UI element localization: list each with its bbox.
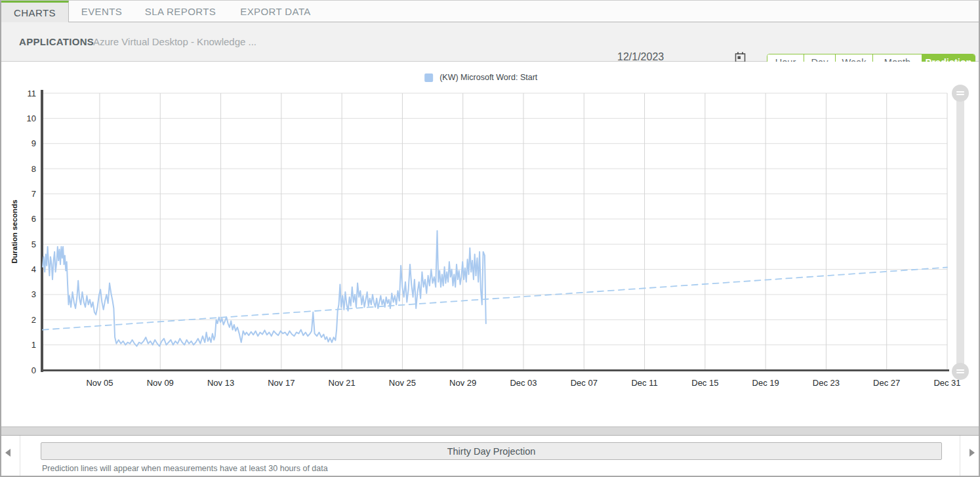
thirty-day-projection-button[interactable]: Thirty Day Projection [41,442,942,460]
svg-text:1: 1 [31,340,36,350]
svg-text:Dec 19: Dec 19 [752,378,779,388]
svg-text:Nov 25: Nov 25 [389,378,416,388]
tab-events[interactable]: EVENTS [69,1,134,22]
svg-text:0: 0 [31,365,36,375]
application-name: Azure Virtual Desktop - Knowledge ... [93,36,256,47]
svg-text:7: 7 [31,189,36,199]
svg-text:Nov 13: Nov 13 [207,378,234,388]
svg-text:10: 10 [27,114,36,123]
header-bar: APPLICATIONS Azure Virtual Desktop - Kno… [1,22,979,62]
duration-chart: 01234567891011Nov 05Nov 09Nov 13Nov 17No… [1,62,980,427]
svg-text:Nov 09: Nov 09 [147,378,174,388]
tab-charts[interactable]: CHARTS [1,1,69,22]
svg-text:5: 5 [31,239,36,249]
svg-text:Dec 03: Dec 03 [510,378,537,388]
axes [41,90,949,372]
svg-text:3: 3 [31,289,36,299]
svg-text:2: 2 [31,315,36,325]
y-axis-title: Duration seconds [10,199,18,263]
panel-left-separator [20,436,20,476]
svg-text:Dec 27: Dec 27 [873,378,900,388]
svg-text:4: 4 [31,264,36,274]
vertical-range-slider-track[interactable] [956,93,964,371]
series-line [43,231,486,346]
svg-text:Dec 07: Dec 07 [571,378,598,388]
panel-right-separator [960,436,960,476]
prediction-dashed-line [43,268,947,330]
svg-text:Nov 29: Nov 29 [449,378,476,388]
slider-handle-top[interactable] [952,85,969,102]
slider-handle-bottom[interactable] [952,363,969,380]
scroll-right-arrow-icon[interactable] [970,449,975,457]
svg-text:9: 9 [31,138,36,148]
svg-text:Nov 21: Nov 21 [329,378,356,388]
prediction-note: Prediction lines will appear when measur… [42,464,328,473]
svg-text:11: 11 [28,89,37,98]
tab-sla-reports[interactable]: SLA REPORTS [134,1,226,22]
svg-text:8: 8 [31,164,36,174]
scroll-left-arrow-icon[interactable] [5,449,10,457]
svg-text:Dec 11: Dec 11 [631,378,657,388]
tab-export-data[interactable]: EXPORT DATA [226,1,325,22]
x-tick-labels: Nov 05Nov 09Nov 13Nov 17Nov 21Nov 25Nov … [86,378,960,388]
tab-bar: CHARTSEVENTSSLA REPORTSEXPORT DATA [1,1,979,22]
projection-panel: Thirty Day Projection Prediction lines w… [1,436,979,476]
svg-text:Dec 31: Dec 31 [933,378,960,388]
applications-label: APPLICATIONS [19,36,94,47]
svg-text:6: 6 [31,214,36,224]
svg-text:Nov 05: Nov 05 [86,378,113,388]
svg-text:Dec 15: Dec 15 [691,378,718,388]
gridlines [43,93,947,370]
app-window: CHARTSEVENTSSLA REPORTSEXPORT DATA APPLI… [0,0,980,477]
divider-band [1,427,979,436]
svg-text:Dec 23: Dec 23 [813,378,840,388]
svg-text:Nov 17: Nov 17 [268,378,295,388]
y-tick-labels: 01234567891011 [27,89,36,375]
chart-area: (KW) Microsoft Word: Start 0123456789101… [1,62,979,427]
